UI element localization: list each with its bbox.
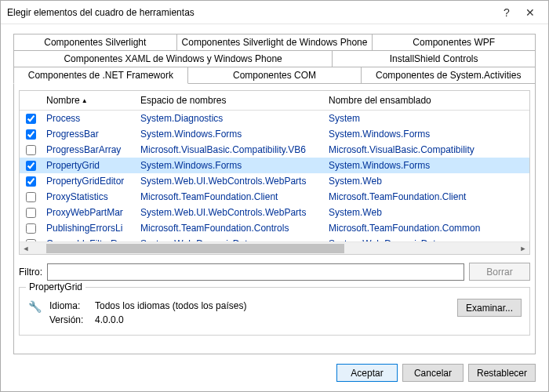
titlebar: Elegir elementos del cuadro de herramien… <box>1 1 548 24</box>
grid-header: Nombre▲ Espacio de nombres Nombre del en… <box>20 91 529 111</box>
row-assembly: System.Web <box>324 174 529 188</box>
row-checkbox-cell <box>20 191 42 204</box>
tab-row-2: Componentes XAML de Windows y Windows Ph… <box>13 50 536 67</box>
clear-filter-button[interactable]: Borrar <box>469 263 530 281</box>
details-group: PropertyGrid 🔧 Idioma:Todos los idiomas … <box>19 287 530 336</box>
table-row[interactable]: ProcessSystem.DiagnosticsSystem <box>20 111 529 126</box>
row-checkbox[interactable] <box>26 114 36 124</box>
tab-xaml[interactable]: Componentes XAML de Windows y Windows Ph… <box>13 50 333 67</box>
row-checkbox[interactable] <box>26 208 36 218</box>
table-row[interactable]: ProxyStatisticsMicrosoft.TeamFoundation.… <box>20 189 529 205</box>
row-assembly: System.Web <box>324 205 529 220</box>
tab-installshield[interactable]: InstallShield Controls <box>333 50 536 67</box>
row-assembly: Microsoft.TeamFoundation.Common <box>324 221 529 235</box>
ver-value: 4.0.0.0 <box>95 314 124 325</box>
table-row[interactable]: ProxyWebPartMarSystem.Web.UI.WebControls… <box>20 205 529 220</box>
scroll-left-icon[interactable]: ◄ <box>20 245 32 252</box>
filter-row: Filtro: Borrar <box>19 263 530 281</box>
cancel-button[interactable]: Cancelar <box>402 364 464 382</box>
row-checkbox-cell <box>20 159 42 172</box>
row-namespace: Microsoft.TeamFoundation.Controls <box>136 221 324 235</box>
row-assembly: System.Windows.Forms <box>324 127 529 141</box>
row-namespace: System.Web.UI.WebControls.WebParts <box>136 205 324 220</box>
ok-button[interactable]: Aceptar <box>336 364 398 382</box>
tab-system-activities[interactable]: Componentes de System.Activities <box>362 67 536 84</box>
tab-net-framework[interactable]: Componentes de .NET Framework <box>13 67 188 84</box>
details-legend: PropertyGrid <box>26 281 85 292</box>
row-checkbox-cell <box>20 143 42 157</box>
row-checkbox[interactable] <box>26 129 36 140</box>
h-scrollbar[interactable]: ◄ ► <box>20 241 529 254</box>
row-name: ProgressBar <box>42 127 136 141</box>
table-row[interactable]: PublishingErrorsLiMicrosoft.TeamFoundati… <box>20 220 529 236</box>
table-row[interactable]: ProgressBarArrayMicrosoft.VisualBasic.Co… <box>20 142 529 158</box>
filter-input[interactable] <box>47 263 464 281</box>
row-checkbox-cell <box>20 175 42 188</box>
row-checkbox[interactable] <box>26 223 36 234</box>
row-name: Process <box>42 111 136 125</box>
scroll-thumb[interactable] <box>46 244 344 253</box>
sort-asc-icon: ▲ <box>82 97 88 104</box>
tab-content: Nombre▲ Espacio de nombres Nombre del en… <box>13 84 536 354</box>
row-assembly: System.Windows.Forms <box>324 158 529 172</box>
row-checkbox[interactable] <box>26 192 36 202</box>
row-namespace: System.Diagnostics <box>136 111 324 125</box>
row-checkbox-cell <box>20 206 42 220</box>
table-row[interactable]: QueryableFilterRepSystem.Web.DynamicData… <box>20 236 529 241</box>
row-checkbox-cell <box>20 128 42 141</box>
table-row[interactable]: ProgressBarSystem.Windows.FormsSystem.Wi… <box>20 126 529 142</box>
window-title: Elegir elementos del cuadro de herramien… <box>7 7 495 18</box>
wrench-icon: 🔧 <box>27 300 42 313</box>
row-namespace: System.Web.UI.WebControls.WebParts <box>136 174 324 188</box>
col-namespace[interactable]: Espacio de nombres <box>136 91 324 110</box>
row-assembly: System <box>324 111 529 125</box>
row-namespace: Microsoft.VisualBasic.Compatibility.VB6 <box>136 143 324 157</box>
details-info: Idioma:Todos los idiomas (todos los país… <box>49 299 246 327</box>
tab-row-1: Componentes Silverlight Componentes Silv… <box>13 34 536 50</box>
col-check[interactable] <box>20 91 42 110</box>
grid-body[interactable]: ProcessSystem.DiagnosticsSystemProgressB… <box>20 111 529 241</box>
col-name[interactable]: Nombre▲ <box>42 91 136 110</box>
row-checkbox[interactable] <box>26 145 36 155</box>
table-row[interactable]: PropertyGridSystem.Windows.FormsSystem.W… <box>20 158 529 173</box>
component-grid: Nombre▲ Espacio de nombres Nombre del en… <box>19 90 530 255</box>
tab-row-3: Componentes de .NET Framework Componente… <box>13 67 536 84</box>
row-assembly: Microsoft.TeamFoundation.Client <box>324 190 529 204</box>
row-namespace: System.Windows.Forms <box>136 158 324 172</box>
tab-silverlight-wp[interactable]: Componentes Silverlight de Windows Phone <box>177 34 373 50</box>
tab-silverlight[interactable]: Componentes Silverlight <box>13 34 177 50</box>
row-checkbox[interactable] <box>26 176 36 187</box>
row-assembly: Microsoft.VisualBasic.Compatibility <box>324 143 529 157</box>
row-namespace: Microsoft.TeamFoundation.Client <box>136 190 324 204</box>
dialog-footer: Aceptar Cancelar Restablecer <box>1 354 548 391</box>
row-name: PropertyGridEditor <box>42 174 136 188</box>
row-checkbox-cell <box>20 112 42 125</box>
dialog-window: Elegir elementos del cuadro de herramien… <box>0 0 549 392</box>
help-button[interactable]: ? <box>495 6 518 19</box>
row-namespace: System.Windows.Forms <box>136 127 324 141</box>
row-name: ProxyStatistics <box>42 190 136 204</box>
row-checkbox[interactable] <box>26 161 36 171</box>
browse-button[interactable]: Examinar... <box>457 299 522 317</box>
row-name: PropertyGrid <box>42 158 136 172</box>
filter-label: Filtro: <box>19 267 42 278</box>
lang-value: Todos los idiomas (todos los países) <box>95 300 246 311</box>
row-name: ProgressBarArray <box>42 143 136 157</box>
ver-label: Versión: <box>49 313 95 327</box>
row-checkbox-cell <box>20 222 42 235</box>
table-row[interactable]: PropertyGridEditorSystem.Web.UI.WebContr… <box>20 173 529 189</box>
dialog-body: Componentes Silverlight Componentes Silv… <box>1 24 548 354</box>
close-button[interactable]: ✕ <box>518 6 542 19</box>
scroll-right-icon[interactable]: ► <box>517 245 529 252</box>
row-name: ProxyWebPartMar <box>42 205 136 220</box>
row-name: PublishingErrorsLi <box>42 221 136 235</box>
reset-button[interactable]: Restablecer <box>468 364 536 382</box>
tab-com[interactable]: Componentes COM <box>188 67 362 84</box>
lang-label: Idioma: <box>49 299 95 313</box>
col-assembly[interactable]: Nombre del ensamblado <box>324 91 517 110</box>
tab-wpf[interactable]: Componentes WPF <box>373 34 536 50</box>
